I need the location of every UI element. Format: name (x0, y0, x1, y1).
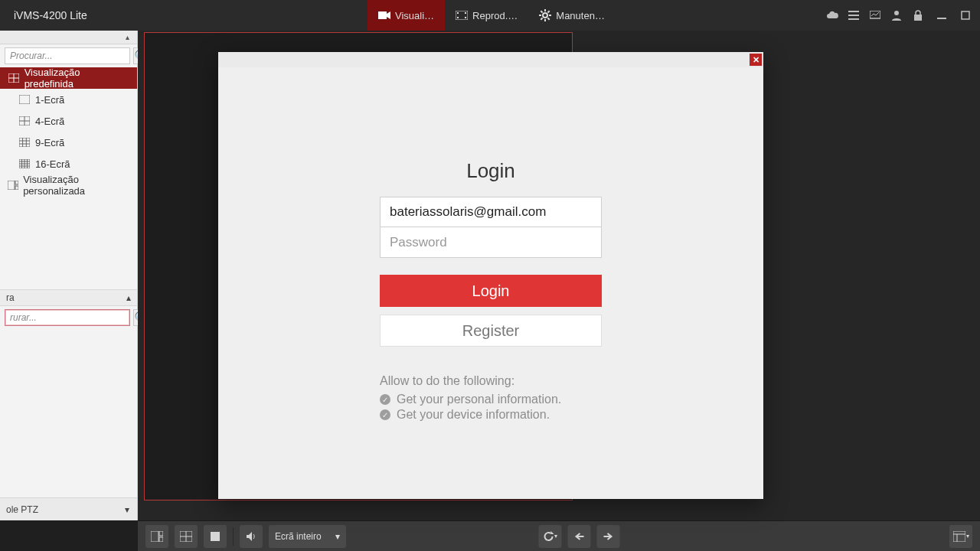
bottom-toolbar: Ecrã inteiro ▾ ▾ ▾ (138, 520, 980, 551)
tab-label: Reprod.… (472, 10, 518, 21)
ptz-label: ole PTZ (6, 504, 38, 515)
svg-rect-17 (848, 18, 859, 20)
chevron-up-icon: ▴ (126, 292, 131, 303)
layout-4-icon (18, 115, 31, 127)
svg-point-6 (543, 13, 547, 18)
permission-text: Get your device information. (397, 408, 550, 422)
main-tabs: Visuali… Reprod.… Manuten… (368, 0, 616, 31)
titlebar: iVMS-4200 Lite Visuali… Reprod.… Manuten… (0, 0, 980, 31)
tree-view-1[interactable]: 1-Ecrã (0, 89, 137, 110)
svg-rect-22 (962, 11, 969, 19)
svg-rect-26 (19, 95, 30, 104)
layout-button-b[interactable] (175, 525, 198, 548)
layout-button-a[interactable] (145, 525, 168, 548)
tree-label: 1-Ecrã (35, 94, 64, 106)
view-tree: Visualização predefinida 1-Ecrã 4-Ecrã 9… (0, 67, 137, 196)
chevron-down-icon: ▾ (125, 504, 129, 515)
settings-button[interactable]: ▾ (949, 525, 972, 548)
svg-rect-16 (848, 15, 859, 16)
sidebar-collapse[interactable]: ▴ (0, 31, 137, 44)
camera-section-header[interactable]: ra ▴ (0, 289, 137, 306)
svg-rect-47 (159, 537, 163, 542)
maximize-icon[interactable] (959, 8, 972, 22)
svg-rect-42 (8, 181, 15, 190)
tree-label: Visualização predefinida (24, 67, 129, 90)
screen-mode-select[interactable]: Ecrã inteiro ▾ (269, 525, 346, 548)
svg-rect-3 (457, 17, 459, 18)
separator (233, 527, 234, 546)
ptz-section-header[interactable]: ole PTZ ▾ (0, 497, 137, 520)
tree-custom-views[interactable]: Visualização personalizada (0, 174, 137, 196)
svg-line-13 (541, 18, 543, 20)
list-icon[interactable] (847, 8, 861, 22)
svg-rect-20 (914, 15, 922, 21)
tree-predefined-views[interactable]: Visualização predefinida (0, 67, 137, 89)
next-page-button[interactable] (597, 525, 620, 548)
custom-layout-icon (8, 179, 18, 191)
tab-label: Manuten… (556, 10, 605, 21)
lock-icon[interactable] (911, 8, 925, 22)
page-nav: ▾ (539, 525, 620, 548)
monitor-icon[interactable] (868, 8, 882, 22)
cloud-icon[interactable] (825, 8, 839, 22)
svg-rect-46 (159, 531, 163, 536)
system-icons (825, 0, 977, 31)
svg-rect-1 (456, 11, 468, 20)
sidebar-search: 🔍 (0, 44, 137, 67)
sidebar: ▴ 🔍 Visualização predefinida 1-Ecrã 4-Ec… (0, 31, 138, 520)
svg-rect-5 (465, 17, 466, 18)
camera-search-input[interactable] (5, 309, 130, 326)
svg-rect-0 (378, 11, 387, 19)
tree-label: Visualização personalizada (23, 174, 129, 197)
cycle-button[interactable]: ▾ (539, 525, 562, 548)
svg-line-12 (548, 18, 550, 20)
film-icon (456, 11, 468, 20)
svg-rect-52 (953, 531, 965, 542)
layout-1-icon (18, 93, 31, 106)
camera-search: 🔍 (0, 306, 137, 329)
svg-line-11 (541, 11, 543, 12)
prev-page-button[interactable] (568, 525, 591, 548)
register-button[interactable]: Register (380, 315, 602, 347)
login-button[interactable]: Login (380, 275, 602, 307)
stop-all-button[interactable] (204, 525, 227, 548)
tree-view-4[interactable]: 4-Ecrã (0, 110, 137, 132)
dialog-close-button[interactable]: ✕ (750, 54, 762, 66)
camera-icon (378, 11, 390, 20)
svg-rect-45 (151, 531, 158, 542)
email-field[interactable] (380, 197, 602, 227)
permissions-block: Allow to do the following: ✓ Get your pe… (380, 374, 602, 423)
svg-point-19 (894, 11, 899, 15)
dialog-body: Login Login Register Allow to do the fol… (218, 67, 763, 499)
layout-9-icon (18, 136, 31, 148)
user-icon[interactable] (890, 8, 903, 22)
dialog-title: Login (466, 159, 515, 183)
chevron-down-icon: ▾ (966, 533, 969, 540)
volume-button[interactable] (240, 525, 263, 548)
check-icon: ✓ (380, 394, 390, 405)
camera-section-label: ra (6, 292, 15, 303)
layout-16-icon (18, 158, 31, 170)
check-icon: ✓ (380, 409, 390, 420)
svg-rect-21 (937, 18, 946, 19)
svg-rect-4 (465, 12, 466, 14)
chevron-down-icon: ▾ (335, 531, 340, 542)
permissions-header: Allow to do the following: (380, 374, 602, 388)
search-input[interactable] (5, 47, 130, 64)
tree-view-9[interactable]: 9-Ecrã (0, 132, 137, 153)
minimize-icon[interactable] (933, 8, 951, 22)
password-field[interactable] (380, 227, 602, 258)
permission-text: Get your personal information. (397, 393, 561, 406)
permission-item: ✓ Get your device information. (380, 408, 602, 422)
tree-label: 9-Ecrã (35, 137, 64, 148)
tree-label: 4-Ecrã (35, 116, 64, 127)
svg-rect-51 (211, 532, 220, 541)
tab-manutencao[interactable]: Manuten… (528, 0, 616, 31)
tab-reproducao[interactable]: Reprod.… (445, 0, 528, 31)
svg-rect-44 (15, 186, 18, 190)
svg-line-14 (548, 11, 550, 12)
tab-visualizacao[interactable]: Visuali… (368, 0, 445, 31)
tree-view-16[interactable]: 16-Ecrã (0, 153, 137, 174)
tab-label: Visuali… (395, 10, 434, 21)
screen-mode-label: Ecrã inteiro (275, 531, 322, 542)
